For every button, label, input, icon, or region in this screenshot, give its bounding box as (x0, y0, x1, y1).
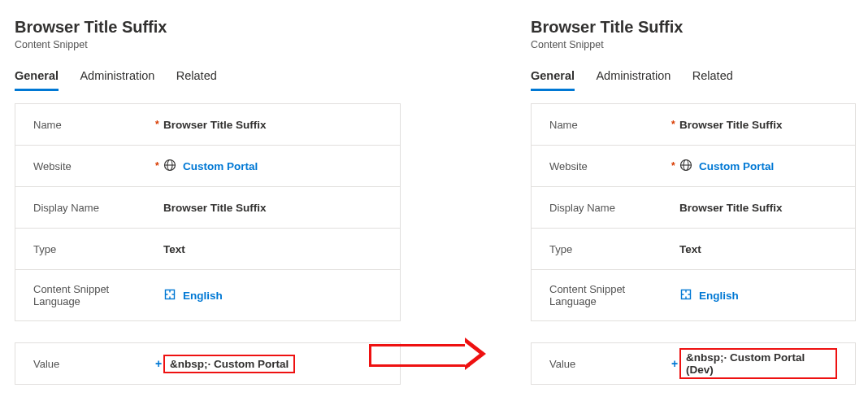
value-form: Value + &nbsp;· Custom Portal (Dev) (531, 342, 856, 385)
page-title: Browser Title Suffix (15, 16, 401, 37)
value-highlight-box: &nbsp;· Custom Portal (163, 355, 295, 373)
field-language-row[interactable]: Content Snippet Language English (532, 270, 855, 320)
field-type-value: Text (679, 243, 837, 255)
tab-administration[interactable]: Administration (596, 69, 671, 89)
field-value-value: &nbsp;· Custom Portal (Dev) (679, 348, 837, 379)
entity-subtitle: Content Snippet (15, 39, 401, 50)
field-name-value: Browser Title Suffix (679, 119, 837, 131)
field-website-value: Custom Portal (679, 159, 837, 174)
field-website-row[interactable]: Website * Custom Portal (532, 146, 855, 187)
tab-general[interactable]: General (15, 69, 59, 91)
field-displayname-row[interactable]: Display Name Browser Title Suffix (15, 187, 400, 229)
field-displayname-row[interactable]: Display Name Browser Title Suffix (532, 187, 855, 229)
required-indicator: * (155, 119, 163, 130)
field-value-value: &nbsp;· Custom Portal (163, 355, 382, 373)
field-type-row[interactable]: Type Text (532, 229, 855, 270)
field-type-value: Text (163, 243, 382, 255)
tabs: General Administration Related (531, 68, 856, 92)
field-value-row[interactable]: Value + &nbsp;· Custom Portal (15, 343, 400, 384)
field-language-label: Content Snippet Language (549, 283, 671, 307)
field-type-row[interactable]: Type Text (15, 229, 400, 270)
field-website-label: Website (549, 160, 671, 172)
field-name-label: Name (549, 119, 671, 131)
field-website-row[interactable]: Website * Custom Portal (15, 146, 400, 187)
field-language-value: English (163, 288, 382, 303)
field-website-value: Custom Portal (163, 159, 382, 174)
field-language-row[interactable]: Content Snippet Language English (15, 270, 400, 320)
field-name-value: Browser Title Suffix (163, 119, 382, 131)
field-language-label: Content Snippet Language (33, 283, 155, 307)
field-language-link[interactable]: English (699, 290, 739, 302)
field-value-label: Value (549, 358, 671, 370)
tab-related[interactable]: Related (692, 69, 733, 89)
globe-icon (679, 159, 692, 174)
field-language-value: English (679, 288, 837, 303)
tab-general[interactable]: General (531, 69, 575, 91)
locked-indicator: + (671, 357, 679, 370)
field-value-label: Value (33, 358, 155, 370)
field-displayname-value: Browser Title Suffix (679, 202, 837, 214)
field-website-link[interactable]: Custom Portal (183, 160, 258, 172)
field-website-link[interactable]: Custom Portal (699, 160, 774, 172)
required-indicator: * (671, 119, 679, 130)
field-name-row[interactable]: Name * Browser Title Suffix (15, 104, 400, 146)
general-form: Name * Browser Title Suffix Website * Cu… (531, 103, 856, 321)
right-panel: Browser Title Suffix Content Snippet Gen… (531, 16, 856, 385)
value-highlight-box: &nbsp;· Custom Portal (Dev) (679, 348, 837, 379)
arrow-shaft (369, 344, 470, 367)
puzzle-icon (679, 288, 692, 303)
transition-arrow (369, 339, 499, 367)
left-panel: Browser Title Suffix Content Snippet Gen… (15, 16, 401, 385)
tabs: General Administration Related (15, 68, 401, 92)
entity-subtitle: Content Snippet (531, 39, 856, 50)
required-indicator: * (155, 160, 163, 172)
field-language-link[interactable]: English (183, 290, 223, 302)
field-website-label: Website (33, 160, 155, 172)
page-title: Browser Title Suffix (531, 16, 856, 37)
tab-related[interactable]: Related (176, 69, 217, 89)
arrow-head-cut (465, 342, 480, 365)
field-displayname-label: Display Name (549, 202, 671, 214)
field-type-label: Type (549, 243, 671, 255)
tab-administration[interactable]: Administration (80, 69, 154, 89)
value-form: Value + &nbsp;· Custom Portal (15, 342, 401, 385)
field-displayname-label: Display Name (33, 202, 155, 214)
globe-icon (163, 159, 176, 174)
general-form: Name * Browser Title Suffix Website * Cu… (15, 103, 401, 321)
field-value-row[interactable]: Value + &nbsp;· Custom Portal (Dev) (532, 343, 855, 384)
required-indicator: * (671, 160, 679, 172)
field-displayname-value: Browser Title Suffix (163, 202, 382, 214)
field-type-label: Type (33, 243, 155, 255)
field-name-row[interactable]: Name * Browser Title Suffix (532, 104, 855, 146)
field-name-label: Name (33, 119, 155, 131)
puzzle-icon (163, 288, 176, 303)
locked-indicator: + (155, 357, 163, 370)
